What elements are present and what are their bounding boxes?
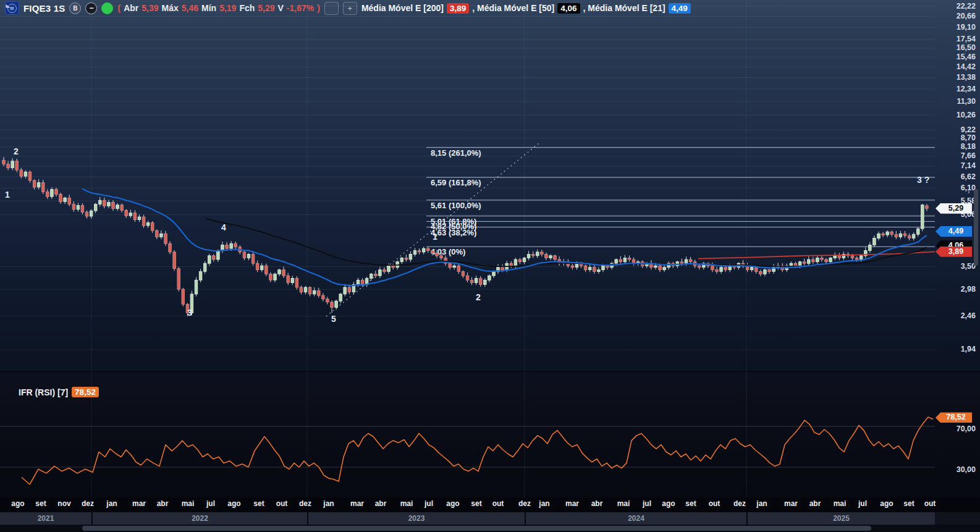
bear-candle xyxy=(133,213,137,220)
month-label: mai xyxy=(617,499,630,508)
bear-candle xyxy=(156,230,159,237)
bull-candle xyxy=(413,251,416,255)
symbol-label[interactable]: FIQE3 1S xyxy=(23,3,65,14)
bull-candle xyxy=(64,198,67,201)
month-label: ago xyxy=(662,499,675,508)
wave-label: 1 xyxy=(433,232,437,242)
bull-candle xyxy=(484,280,487,284)
ma-value-badge[interactable]: 3,89 xyxy=(447,3,469,14)
bull-candle xyxy=(720,268,723,272)
minimize-icon[interactable]: − xyxy=(85,2,97,14)
bull-candle xyxy=(247,254,250,258)
price-axis-tick: 8,70 xyxy=(939,134,976,142)
rsi-axis-tick: 30,00 xyxy=(939,466,976,474)
bull-candle xyxy=(409,254,412,260)
month-label: out xyxy=(276,499,288,508)
cursor-tool-button[interactable] xyxy=(324,2,339,15)
price-tag: 4,49 xyxy=(936,226,972,237)
ma-legend-label[interactable]: , Média Móvel E [50] xyxy=(472,3,554,13)
bull-candle xyxy=(549,256,552,258)
month-label: ago xyxy=(11,499,24,508)
month-label: nov xyxy=(57,499,70,508)
month-label: abr xyxy=(157,499,169,508)
month-label: out xyxy=(709,499,720,508)
rsi-indicator-label[interactable]: IFR (RSI) [7] 78,52 xyxy=(19,387,99,397)
bear-candle xyxy=(405,258,408,260)
bear-candle xyxy=(213,256,216,260)
bull-candle xyxy=(77,206,80,209)
wave-label: 5 xyxy=(331,314,336,324)
bear-candle xyxy=(501,268,504,270)
bull-candle xyxy=(899,234,902,237)
bull-candle xyxy=(816,258,819,262)
chart-canvas[interactable]: 8,15 (261,0%)6,59 (161,8%)5,61 (100,0%)5… xyxy=(0,0,980,532)
bull-candle xyxy=(116,205,119,209)
rsi-value-badge[interactable]: 78,52 xyxy=(72,387,99,397)
price-axis-tick: 13,38 xyxy=(939,74,976,82)
bull-candle xyxy=(475,278,478,282)
bear-candle xyxy=(431,251,434,253)
rsi-indicator xyxy=(0,417,935,484)
bull-candle xyxy=(615,260,618,263)
bear-candle xyxy=(689,260,692,262)
rsi-line xyxy=(22,417,933,484)
bull-candle xyxy=(291,278,294,282)
ma-value-badge[interactable]: 4,06 xyxy=(557,3,580,14)
bull-candle xyxy=(274,274,277,280)
price-axis-tick: 6,10 xyxy=(939,184,976,192)
ma-value-badge[interactable]: 4,49 xyxy=(669,3,691,14)
bull-candle xyxy=(685,260,688,263)
rsi-axis-tick: 70,00 xyxy=(939,425,976,433)
price-axis-tick: 2,98 xyxy=(939,285,976,293)
bull-candle xyxy=(798,262,801,266)
price-axis-tick: 12,34 xyxy=(939,85,976,93)
month-label: mai xyxy=(182,499,195,508)
chevron-right-icon[interactable]: › xyxy=(968,188,970,195)
bear-candle xyxy=(593,268,596,272)
vertical-scrollbar-thumb[interactable] xyxy=(974,189,978,266)
bear-candle xyxy=(46,192,49,196)
bull-candle xyxy=(869,245,872,250)
year-label: 2021 xyxy=(0,512,91,525)
bull-candle xyxy=(654,266,657,268)
bear-candle xyxy=(348,287,351,292)
bear-candle xyxy=(322,295,325,299)
bear-candle xyxy=(803,262,806,264)
fib-label: 4,63 (38,2%) xyxy=(431,228,476,237)
price-axis-tick: 19,10 xyxy=(939,23,976,32)
wave-label: 4 xyxy=(221,222,226,232)
rsi-value-tag: 78,52 xyxy=(936,412,972,423)
price-axis-tick: 10,26 xyxy=(939,111,976,119)
month-label: out xyxy=(924,499,936,508)
bear-candle xyxy=(164,234,167,243)
month-label: set xyxy=(35,499,46,508)
bear-candle xyxy=(724,268,727,270)
month-label: dez xyxy=(518,499,531,508)
bear-candle xyxy=(318,290,321,295)
bear-candle xyxy=(926,206,929,208)
wave-label: 2 xyxy=(14,146,19,156)
bull-candle xyxy=(602,266,605,270)
bull-candle xyxy=(138,217,141,220)
bear-candle xyxy=(680,262,683,264)
month-label: jul xyxy=(425,499,433,508)
bull-candle xyxy=(129,213,132,216)
bull-candle xyxy=(492,271,496,276)
bear-candle xyxy=(427,248,430,251)
bear-candle xyxy=(759,271,762,274)
bear-candle xyxy=(510,263,513,266)
ma-legend-label[interactable]: , Média Móvel E [21] xyxy=(583,3,665,13)
bull-candle xyxy=(217,251,220,260)
bull-candle xyxy=(208,256,211,263)
bear-candle xyxy=(825,260,828,262)
price-tag: 3,89 xyxy=(936,247,972,257)
wave-label: 3 xyxy=(187,308,192,318)
bear-candle xyxy=(28,172,32,180)
bear-candle xyxy=(619,260,622,262)
ma-legend-label[interactable]: Média Móvel E [200] xyxy=(361,3,444,13)
bear-candle xyxy=(606,266,609,268)
price-axis-tick: 22,22 xyxy=(939,2,976,11)
price-axis-tick: 6,62 xyxy=(939,173,976,181)
bear-candle xyxy=(903,234,906,235)
add-indicator-button[interactable]: + xyxy=(343,2,357,15)
